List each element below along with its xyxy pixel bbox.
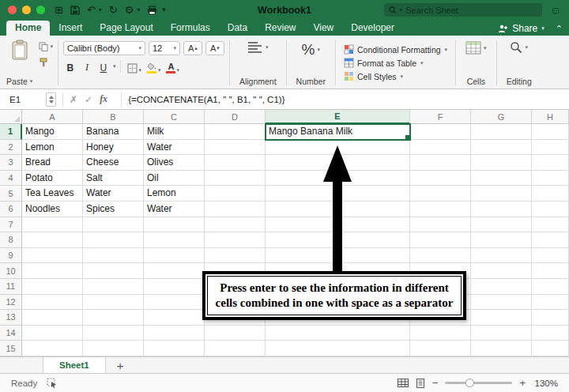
name-box-stepper[interactable] bbox=[46, 92, 56, 107]
cell-B8[interactable] bbox=[83, 232, 144, 248]
cell-C13[interactable] bbox=[144, 310, 205, 326]
cell-B4[interactable]: Salt bbox=[83, 171, 144, 187]
cancel-icon[interactable]: ✗ bbox=[70, 94, 77, 105]
row-header-11[interactable]: 11 bbox=[0, 279, 22, 295]
cell-A6[interactable]: Noodles bbox=[22, 202, 83, 217]
cell-F4[interactable] bbox=[410, 171, 471, 187]
format-painter-button[interactable] bbox=[39, 58, 53, 67]
cell-A7[interactable] bbox=[22, 217, 83, 233]
redo-icon[interactable]: ↻ bbox=[109, 4, 118, 16]
cell-C2[interactable]: Water bbox=[144, 140, 205, 156]
cell-C14[interactable] bbox=[144, 326, 205, 341]
underline-dropdown-icon[interactable]: ▾ bbox=[113, 63, 116, 70]
column-header-G[interactable]: G bbox=[471, 110, 532, 124]
search-scope-icon[interactable]: ▾ bbox=[400, 7, 403, 13]
cell-B6[interactable]: Spices bbox=[83, 202, 144, 217]
row-header-13[interactable]: 13 bbox=[0, 310, 22, 326]
cell-F9[interactable] bbox=[410, 248, 471, 264]
cell-A9[interactable] bbox=[22, 248, 83, 264]
cell-B7[interactable] bbox=[83, 217, 144, 233]
cell-B14[interactable] bbox=[83, 326, 144, 341]
feedback-smiley-icon[interactable]: ☺ bbox=[550, 4, 561, 17]
tab-data[interactable]: Data bbox=[219, 21, 256, 36]
select-all-corner[interactable] bbox=[0, 110, 22, 124]
column-header-C[interactable]: C bbox=[144, 110, 205, 124]
cell-B3[interactable]: Cheese bbox=[83, 155, 144, 171]
editing-group-button[interactable]: ▾ Editing bbox=[502, 39, 537, 87]
row-header-5[interactable]: 5 bbox=[0, 186, 22, 202]
cell-D8[interactable] bbox=[205, 232, 266, 248]
alignment-group-button[interactable]: ▾ Alignment bbox=[235, 39, 281, 87]
cell-A8[interactable] bbox=[22, 232, 83, 248]
cell-G14[interactable] bbox=[471, 326, 532, 341]
cell-H9[interactable] bbox=[532, 248, 569, 264]
cell-F14[interactable] bbox=[410, 326, 471, 341]
cell-B9[interactable] bbox=[83, 248, 144, 264]
cell-A15[interactable] bbox=[22, 341, 83, 356]
row-header-15[interactable]: 15 bbox=[0, 341, 22, 356]
cell-G8[interactable] bbox=[471, 232, 532, 248]
cell-G1[interactable] bbox=[471, 124, 532, 140]
cell-G5[interactable] bbox=[471, 186, 532, 202]
cell-H10[interactable] bbox=[532, 263, 569, 279]
cell-D1[interactable] bbox=[205, 124, 266, 140]
cell-A4[interactable]: Potato bbox=[22, 171, 83, 187]
paste-button[interactable]: Paste▾ bbox=[5, 39, 34, 87]
cell-A12[interactable] bbox=[22, 295, 83, 311]
gear-icon[interactable]: ⚙ bbox=[125, 4, 134, 16]
row-header-6[interactable]: 6 bbox=[0, 202, 22, 217]
fill-color-button[interactable]: ▾ bbox=[145, 59, 163, 74]
cell-D3[interactable] bbox=[205, 155, 266, 171]
column-header-A[interactable]: A bbox=[22, 110, 83, 124]
cell-H11[interactable] bbox=[532, 279, 569, 295]
font-color-button[interactable]: A ▾ bbox=[164, 59, 181, 74]
tab-page-layout[interactable]: Page Layout bbox=[91, 21, 161, 36]
cell-A11[interactable] bbox=[22, 279, 83, 295]
close-button[interactable] bbox=[8, 6, 17, 14]
cell-C15[interactable] bbox=[144, 341, 205, 356]
underline-button[interactable]: U bbox=[96, 59, 111, 74]
column-header-F[interactable]: F bbox=[410, 110, 471, 124]
cell-G7[interactable] bbox=[471, 217, 532, 233]
column-header-E[interactable]: E bbox=[266, 110, 410, 124]
cell-G9[interactable] bbox=[471, 248, 532, 264]
cell-C7[interactable] bbox=[144, 217, 205, 233]
cell-F7[interactable] bbox=[410, 217, 471, 233]
number-group-button[interactable]: % ▾ Number bbox=[292, 39, 330, 87]
name-box[interactable]: E1 bbox=[5, 92, 46, 107]
cell-E1[interactable]: Mango Banana Milk bbox=[266, 124, 410, 140]
grid-icon[interactable]: ⊞ bbox=[55, 4, 63, 16]
zoom-button[interactable] bbox=[36, 6, 45, 14]
row-header-4[interactable]: 4 bbox=[0, 171, 22, 187]
cell-C12[interactable] bbox=[144, 295, 205, 311]
gear-dropdown-icon[interactable]: ▾ bbox=[137, 6, 140, 13]
cell-G4[interactable] bbox=[471, 171, 532, 187]
cell-H8[interactable] bbox=[532, 232, 569, 248]
search-box[interactable]: ▾ Search Sheet bbox=[384, 3, 542, 17]
column-header-D[interactable]: D bbox=[205, 110, 266, 124]
row-header-7[interactable]: 7 bbox=[0, 217, 22, 233]
cell-F15[interactable] bbox=[410, 341, 471, 356]
cell-G12[interactable] bbox=[471, 295, 532, 311]
zoom-slider-thumb[interactable] bbox=[465, 379, 474, 387]
cell-D9[interactable] bbox=[205, 248, 266, 264]
normal-view-icon[interactable] bbox=[398, 379, 409, 387]
cell-D14[interactable] bbox=[205, 326, 266, 341]
tab-review[interactable]: Review bbox=[256, 21, 304, 36]
cell-G13[interactable] bbox=[471, 310, 532, 326]
cell-C11[interactable] bbox=[144, 279, 205, 295]
cell-C9[interactable] bbox=[144, 248, 205, 264]
row-header-10[interactable]: 10 bbox=[0, 263, 22, 279]
cell-A3[interactable]: Bread bbox=[22, 155, 83, 171]
cell-H4[interactable] bbox=[532, 171, 569, 187]
enter-icon[interactable]: ✓ bbox=[85, 94, 92, 105]
cell-A1[interactable]: Mango bbox=[22, 124, 83, 140]
cell-B11[interactable] bbox=[83, 279, 144, 295]
cell-C3[interactable]: Olives bbox=[144, 155, 205, 171]
zoom-out-icon[interactable]: − bbox=[432, 377, 439, 389]
cell-F2[interactable] bbox=[410, 140, 471, 156]
page-layout-view-icon[interactable] bbox=[416, 379, 425, 388]
row-header-9[interactable]: 9 bbox=[0, 248, 22, 264]
undo-icon[interactable]: ↶ bbox=[87, 4, 96, 16]
row-header-8[interactable]: 8 bbox=[0, 232, 22, 248]
